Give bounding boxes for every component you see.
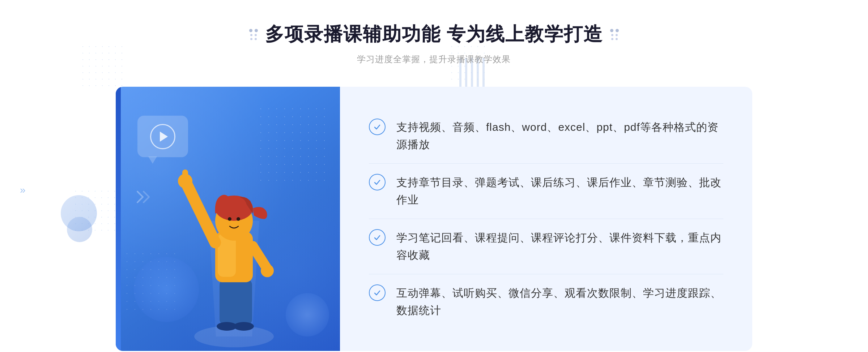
deco-dot (249, 29, 252, 32)
features-card: 支持视频、音频、flash、word、excel、ppt、pdf等各种格式的资源… (340, 87, 752, 351)
blue-bar-decoration (116, 87, 121, 351)
title-deco-right (610, 29, 619, 40)
deco-dot (616, 38, 618, 40)
page-subtitle: 学习进度全掌握，提升录播课教学效果 (249, 53, 619, 65)
feature-item-2: 支持章节目录、弹题考试、课后练习、课后作业、章节测验、批改作业 (369, 164, 723, 219)
feature-text-3: 学习笔记回看、课程提问、课程评论打分、课件资料下载，重点内容收藏 (396, 229, 723, 264)
play-icon-circle (150, 124, 175, 149)
chevron-right-icon: » (20, 184, 26, 196)
deco-dot (255, 34, 257, 36)
feature-item-1: 支持视频、音频、flash、word、excel、ppt、pdf等各种格式的资源… (369, 108, 723, 164)
illustration-card (116, 87, 340, 351)
check-icon-1 (369, 119, 386, 135)
lines-decoration (136, 188, 157, 215)
feature-text-2: 支持章节目录、弹题考试、课后练习、课后作业、章节测验、批改作业 (396, 174, 723, 209)
deco-dot (616, 29, 619, 32)
feature-text-1: 支持视频、音频、flash、word、excel、ppt、pdf等各种格式的资源… (396, 119, 723, 153)
svg-point-12 (261, 264, 274, 277)
deco-dot (611, 34, 613, 36)
check-icon-4 (369, 284, 386, 301)
deco-dot (255, 29, 258, 32)
left-arrows-decoration: » (20, 184, 26, 196)
svg-rect-3 (234, 279, 252, 326)
semi-circle-decoration-2 (67, 217, 92, 242)
content-area: 支持视频、音频、flash、word、excel、ppt、pdf等各种格式的资源… (116, 87, 752, 351)
page-container: » (0, 0, 868, 352)
check-icon-3 (369, 229, 386, 246)
feature-item-3: 学习笔记回看、课程提问、课程评论打分、课件资料下载，重点内容收藏 (369, 219, 723, 274)
deco-dot (250, 38, 252, 40)
check-icon-2 (369, 174, 386, 190)
page-title: 多项录播课辅助功能 专为线上教学打造 (265, 22, 603, 47)
header-title-row: 多项录播课辅助功能 专为线上教学打造 (249, 22, 619, 47)
deco-dot (610, 29, 613, 32)
title-deco-left (249, 29, 258, 40)
dot-pattern-left-top (80, 43, 123, 87)
deco-dot (250, 34, 252, 36)
person-illustration (173, 149, 295, 351)
deco-dot (255, 38, 257, 40)
svg-line-8 (187, 185, 215, 242)
deco-dot (611, 38, 613, 40)
svg-point-16 (237, 217, 240, 221)
svg-point-15 (228, 217, 231, 221)
feature-item-4: 互动弹幕、试听购买、微信分享、观看次数限制、学习进度跟踪、数据统计 (369, 274, 723, 329)
feature-text-4: 互动弹幕、试听购买、微信分享、观看次数限制、学习进度跟踪、数据统计 (396, 284, 723, 319)
header-section: 多项录播课辅助功能 专为线上教学打造 (249, 22, 619, 65)
deco-dot (616, 34, 618, 36)
svg-point-5 (234, 322, 254, 331)
svg-rect-10 (182, 169, 188, 182)
play-triangle-icon (160, 132, 168, 142)
